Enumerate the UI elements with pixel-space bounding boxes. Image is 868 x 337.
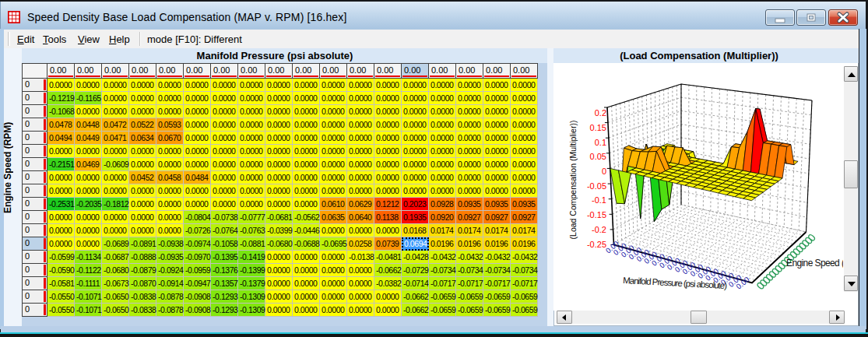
svg-text:-0.15: -0.15 (587, 210, 606, 219)
svg-text:(Load Compensation (Multiplier: (Load Compensation (Multiplier)) (568, 121, 578, 240)
svg-text:-0.1: -0.1 (592, 195, 606, 205)
svg-text:0.05: 0.05 (590, 152, 606, 161)
svg-text:0.1: 0.1 (595, 138, 606, 147)
svg-text:0.15: 0.15 (590, 123, 606, 132)
svg-text:0: 0 (602, 167, 606, 176)
svg-text:Engine Speed (: Engine Speed ( (786, 258, 843, 269)
svg-text:-0.25: -0.25 (587, 240, 606, 249)
svg-text:-0.05: -0.05 (587, 181, 606, 191)
svg-text:-0.2: -0.2 (592, 225, 606, 234)
svg-text:0.2: 0.2 (595, 108, 606, 118)
